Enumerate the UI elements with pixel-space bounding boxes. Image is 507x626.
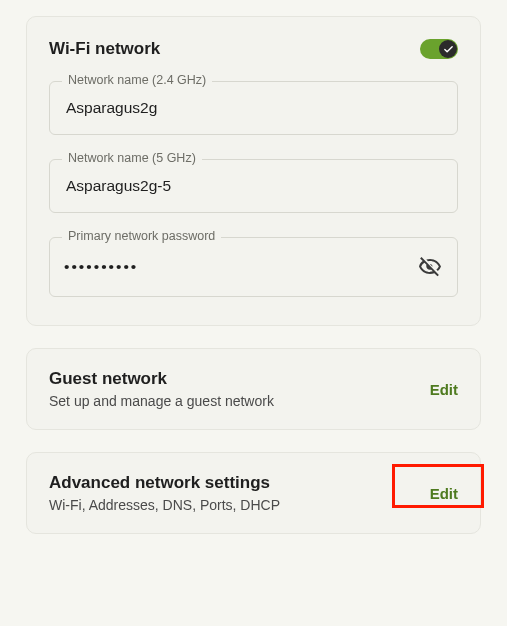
guest-text-block: Guest network Set up and manage a guest … bbox=[49, 369, 274, 409]
advanced-card-title: Advanced network settings bbox=[49, 473, 280, 493]
wifi-network-card: Wi-Fi network Network name (2.4 GHz) Net… bbox=[26, 16, 481, 326]
network-name-24-input[interactable] bbox=[64, 98, 443, 118]
advanced-card-subtitle: Wi-Fi, Addresses, DNS, Ports, DHCP bbox=[49, 497, 280, 513]
guest-card-subtitle: Set up and manage a guest network bbox=[49, 393, 274, 409]
guest-edit-button[interactable]: Edit bbox=[430, 381, 458, 398]
network-name-5-input[interactable] bbox=[64, 176, 443, 196]
guest-card-title: Guest network bbox=[49, 369, 274, 389]
field-label: Network name (2.4 GHz) bbox=[62, 73, 212, 87]
wifi-enable-toggle[interactable] bbox=[420, 39, 458, 59]
field-label: Network name (5 GHz) bbox=[62, 151, 202, 165]
wifi-card-title: Wi-Fi network bbox=[49, 39, 160, 59]
advanced-edit-button[interactable]: Edit bbox=[430, 485, 458, 502]
guest-network-card: Guest network Set up and manage a guest … bbox=[26, 348, 481, 430]
advanced-text-block: Advanced network settings Wi-Fi, Address… bbox=[49, 473, 280, 513]
network-name-5-field[interactable]: Network name (5 GHz) bbox=[49, 159, 458, 213]
network-name-24-field[interactable]: Network name (2.4 GHz) bbox=[49, 81, 458, 135]
primary-password-field[interactable]: Primary network password •••••••••• bbox=[49, 237, 458, 297]
password-masked-value: •••••••••• bbox=[64, 258, 417, 276]
advanced-settings-card: Advanced network settings Wi-Fi, Address… bbox=[26, 452, 481, 534]
field-label: Primary network password bbox=[62, 229, 221, 243]
visibility-off-icon[interactable] bbox=[417, 254, 443, 280]
check-icon bbox=[439, 40, 457, 58]
